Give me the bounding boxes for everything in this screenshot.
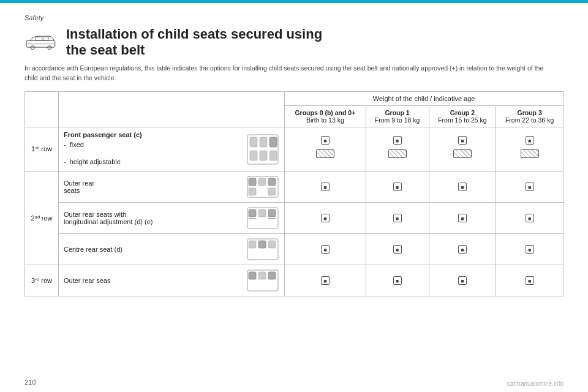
- seat-diagram-4: [246, 238, 279, 261]
- table-row: Outer rear seats withlongitudinal adjust…: [25, 203, 564, 234]
- row-label-header: [25, 92, 59, 127]
- svg-rect-7: [250, 137, 257, 147]
- svg-point-2: [48, 46, 51, 50]
- svg-rect-30: [249, 272, 256, 279]
- table-row: 1ˢᵗ row Front passenger seat (c) -fixed …: [25, 127, 564, 172]
- indicator-cell: ■: [321, 214, 330, 222]
- svg-rect-17: [249, 188, 256, 195]
- svg-rect-16: [268, 178, 276, 186]
- page-number: 210: [24, 379, 36, 386]
- svg-rect-31: [258, 272, 266, 279]
- car-icon: [24, 33, 58, 51]
- seat-diagram-5: [246, 269, 279, 292]
- svg-rect-28: [268, 241, 276, 248]
- indicator-striped-cell: [388, 149, 407, 158]
- table-row: 3ʳᵈ row Outer rear seas ■: [25, 265, 564, 296]
- svg-rect-20: [249, 209, 256, 217]
- svg-rect-10: [250, 151, 257, 160]
- indicator-striped-cell: [521, 149, 539, 158]
- seat-diagram-3: [246, 206, 279, 230]
- table-row: Centre rear seat (d) ■ ■ ■ ■: [25, 234, 564, 265]
- svg-rect-5: [43, 37, 48, 41]
- row-label: 2ⁿᵈ row: [25, 172, 59, 265]
- section-label: Safety: [24, 14, 564, 21]
- svg-rect-4: [36, 37, 42, 41]
- indicator-cell: ■: [321, 245, 330, 254]
- seat-diagram-2: [246, 175, 279, 198]
- svg-rect-11: [260, 151, 267, 160]
- indicator-cell: ■: [393, 136, 402, 145]
- group-header-3: Group 3 From 22 to 36 kg: [496, 106, 564, 127]
- svg-rect-22: [268, 209, 276, 217]
- svg-rect-14: [249, 178, 256, 186]
- svg-rect-12: [270, 151, 277, 160]
- group-header-2: Group 2 From 15 to 25 kg: [429, 106, 496, 127]
- page-title: Installation of child seats secured usin…: [66, 26, 322, 59]
- indicator-cell: ■: [458, 136, 467, 145]
- indicator-cell: ■: [393, 245, 402, 254]
- indicator-cell: ■: [526, 276, 534, 285]
- svg-rect-15: [258, 178, 266, 186]
- indicator-cell: ■: [393, 183, 402, 191]
- svg-rect-32: [268, 272, 276, 279]
- description-text: In accordance with European regulations,…: [24, 64, 551, 83]
- indicator-cell: ■: [526, 183, 534, 191]
- svg-rect-21: [258, 209, 266, 217]
- svg-rect-27: [258, 241, 266, 248]
- indicator-striped-cell: [453, 149, 472, 158]
- svg-rect-9: [270, 137, 277, 147]
- indicator-cell: ■: [458, 245, 467, 254]
- svg-point-1: [31, 46, 34, 50]
- indicator-cell: ■: [458, 214, 467, 222]
- indicator-cell: ■: [458, 183, 467, 191]
- group-header-1: Group 1 From 9 to 18 kg: [366, 106, 429, 127]
- weight-header: Weight of the child / indicative age: [285, 92, 564, 106]
- indicator-striped-cell: [316, 149, 334, 158]
- indicator-cell: ■: [321, 136, 330, 145]
- table-row: 2ⁿᵈ row Outer rearseats: [25, 172, 564, 203]
- indicator-cell: ■: [321, 276, 330, 285]
- indicator-cell: ■: [321, 183, 330, 191]
- row-label: 3ʳᵈ row: [25, 265, 59, 296]
- row-label: 1ˢᵗ row: [25, 127, 59, 172]
- indicator-cell: ■: [393, 276, 402, 285]
- indicator-cell: ■: [526, 136, 534, 145]
- child-seat-table: Weight of the child / indicative age Gro…: [24, 91, 564, 296]
- watermark: carmanualonline.info: [507, 380, 564, 387]
- group-header-0: Groups 0 (b) and 0+ Birth to 13 kg: [285, 106, 366, 127]
- indicator-cell: ■: [393, 214, 402, 222]
- svg-rect-8: [260, 137, 267, 147]
- svg-rect-18: [268, 188, 276, 195]
- indicator-cell: ■: [458, 276, 467, 285]
- indicator-cell: ■: [526, 214, 534, 222]
- title-row: Installation of child seats secured usin…: [24, 26, 564, 59]
- svg-rect-26: [249, 241, 256, 248]
- indicator-cell: ■: [526, 245, 534, 254]
- seat-diagram: [246, 134, 279, 165]
